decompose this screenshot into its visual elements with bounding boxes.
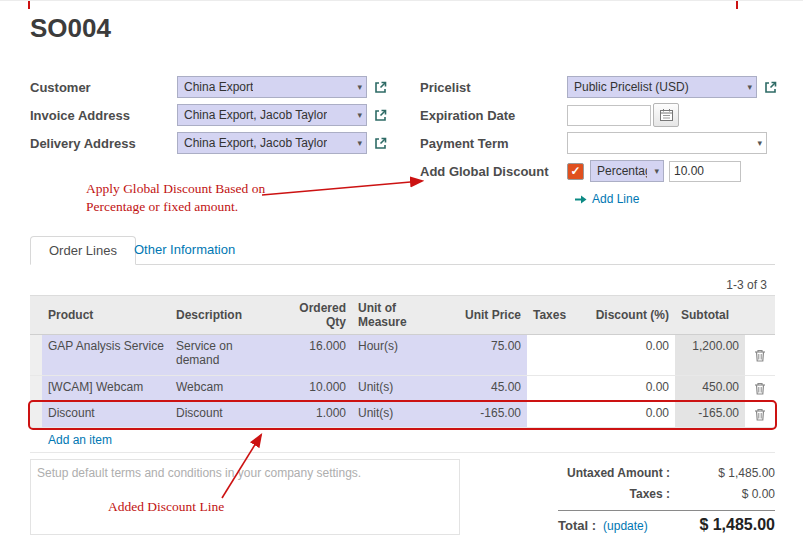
tab-other-information[interactable]: Other Information: [134, 242, 235, 257]
cell-description[interactable]: Webcam: [170, 376, 270, 401]
cell-taxes[interactable]: [527, 376, 582, 401]
order-line-row-2: [WCAM] Webcam Webcam 10.000 Unit(s) 45.0…: [30, 376, 775, 402]
cell-discount[interactable]: 0.00: [582, 376, 675, 401]
external-link-icon: [764, 81, 777, 94]
expiration-date-field-row: Expiration Date: [420, 101, 785, 129]
global-discount-label: Add Global Discount: [420, 164, 567, 179]
add-line-row: Add Line: [420, 185, 785, 213]
cell-description[interactable]: Discount: [170, 402, 270, 427]
order-lines-table: Product Description Ordered Qty Unit of …: [30, 295, 775, 453]
invoice-address-label: Invoice Address: [30, 108, 177, 123]
annotation-crop-mark-right: [736, 1, 738, 9]
cell-subtotal: 450.00: [675, 376, 745, 401]
calendar-button[interactable]: [653, 103, 679, 127]
customer-field-row: Customer China Export ▾: [30, 73, 420, 101]
cell-product[interactable]: [WCAM] Webcam: [42, 376, 170, 401]
pricelist-external-link-button[interactable]: [760, 77, 780, 97]
customer-select[interactable]: China Export ▾: [177, 76, 367, 98]
cell-taxes[interactable]: [527, 335, 582, 375]
chevron-down-icon: ▾: [757, 139, 762, 148]
page-title: SO004: [30, 13, 111, 44]
payment-term-field-row: Payment Term ▾: [420, 129, 785, 157]
delivery-address-label: Delivery Address: [30, 136, 177, 151]
cell-unit-of-measure[interactable]: Unit(s): [352, 376, 452, 401]
header-description: Description: [170, 296, 270, 334]
chevron-down-icon: ▾: [747, 83, 752, 92]
add-item-row: Add an item: [30, 428, 775, 453]
delete-row-button[interactable]: [745, 402, 775, 427]
cell-ordered-qty[interactable]: 1.000: [270, 402, 352, 427]
chevron-down-icon: ▾: [357, 83, 362, 92]
cell-description[interactable]: Service on demand: [170, 335, 270, 375]
global-discount-field-row: Add Global Discount ✓ Percentage ▾: [420, 157, 785, 185]
notebook-tabbar: Order Lines Other Information: [30, 237, 775, 265]
discount-amount-input[interactable]: [669, 161, 741, 182]
total-row: Total : (update) $ 1,485.00: [558, 516, 775, 534]
cell-product[interactable]: Discount: [42, 402, 170, 427]
cell-product[interactable]: GAP Analysis Service: [42, 335, 170, 375]
invoice-address-value: China Export, Jacob Taylor: [184, 108, 327, 122]
pricelist-select[interactable]: Public Pricelist (USD) ▾: [567, 76, 757, 98]
form-right-column: Pricelist Public Pricelist (USD) ▾ Expir…: [420, 73, 785, 213]
customer-external-link-button[interactable]: [370, 77, 390, 97]
payment-term-label: Payment Term: [420, 136, 567, 151]
invoice-address-field-row: Invoice Address China Export, Jacob Tayl…: [30, 101, 420, 129]
header-taxes: Taxes: [527, 296, 582, 334]
taxes-row: Taxes : $ 0.00: [538, 483, 775, 504]
payment-term-select[interactable]: ▾: [567, 132, 767, 154]
row-handle: [30, 402, 42, 427]
pager-range: 1-3 of 3: [726, 278, 767, 292]
order-line-row-3-discount: Discount Discount 1.000 Unit(s) -165.00 …: [30, 402, 775, 428]
annotation-arrow-to-global-discount: [262, 181, 422, 195]
header-unit-price: Unit Price: [452, 296, 527, 334]
expiration-date-input[interactable]: [567, 105, 651, 126]
terms-and-conditions-textarea[interactable]: [30, 459, 460, 535]
update-total-link[interactable]: (update): [603, 519, 648, 533]
invoice-address-select[interactable]: China Export, Jacob Taylor ▾: [177, 104, 367, 126]
row-handle: [30, 335, 42, 375]
chevron-down-icon: ▾: [357, 111, 362, 120]
form-left-column: Customer China Export ▾ Invoice Address …: [30, 73, 420, 157]
delete-row-button[interactable]: [745, 376, 775, 401]
cell-unit-price[interactable]: -165.00: [452, 402, 527, 427]
total-label: Total :: [558, 518, 596, 533]
trash-icon: [754, 382, 766, 395]
annotation-discount-line: Added Discount Line: [108, 498, 224, 516]
tab-order-lines[interactable]: Order Lines: [30, 236, 136, 265]
header-unit-of-measure: Unit of Measure: [352, 296, 452, 334]
header-delete: [745, 296, 775, 334]
chevron-down-icon: ▾: [654, 167, 659, 176]
cell-unit-price[interactable]: 45.00: [452, 376, 527, 401]
discount-type-select[interactable]: Percentage ▾: [590, 160, 664, 182]
untaxed-amount-label: Untaxed Amount :: [538, 466, 670, 480]
untaxed-amount-row: Untaxed Amount : $ 1,485.00: [538, 462, 775, 483]
cell-discount[interactable]: 0.00: [582, 335, 675, 375]
calendar-icon: [660, 109, 673, 121]
total-value: $ 1,485.00: [648, 516, 775, 534]
totals-divider: [558, 510, 775, 511]
delete-row-button[interactable]: [745, 335, 775, 375]
delivery-address-select[interactable]: China Export, Jacob Taylor ▾: [177, 132, 367, 154]
delivery-address-value: China Export, Jacob Taylor: [184, 136, 327, 150]
invoice-address-external-link-button[interactable]: [370, 105, 390, 125]
external-link-icon: [374, 109, 387, 122]
taxes-label: Taxes :: [538, 487, 670, 501]
cell-subtotal: -165.00: [675, 402, 745, 427]
cell-unit-price[interactable]: 75.00: [452, 335, 527, 375]
cell-taxes[interactable]: [527, 402, 582, 427]
cell-ordered-qty[interactable]: 10.000: [270, 376, 352, 401]
cell-discount[interactable]: 0.00: [582, 402, 675, 427]
cell-subtotal: 1,200.00: [675, 335, 745, 375]
header-product: Product: [42, 296, 170, 334]
external-link-icon: [374, 137, 387, 150]
header-handle: [30, 296, 42, 334]
cell-unit-of-measure[interactable]: Hour(s): [352, 335, 452, 375]
cell-unit-of-measure[interactable]: Unit(s): [352, 402, 452, 427]
add-an-item-link[interactable]: Add an item: [48, 433, 112, 447]
delivery-address-external-link-button[interactable]: [370, 133, 390, 153]
add-line-link[interactable]: Add Line: [575, 192, 639, 206]
cell-ordered-qty[interactable]: 16.000: [270, 335, 352, 375]
add-line-label: Add Line: [592, 192, 639, 206]
global-discount-checkbox[interactable]: ✓: [567, 163, 584, 180]
customer-value: China Export: [184, 80, 253, 94]
